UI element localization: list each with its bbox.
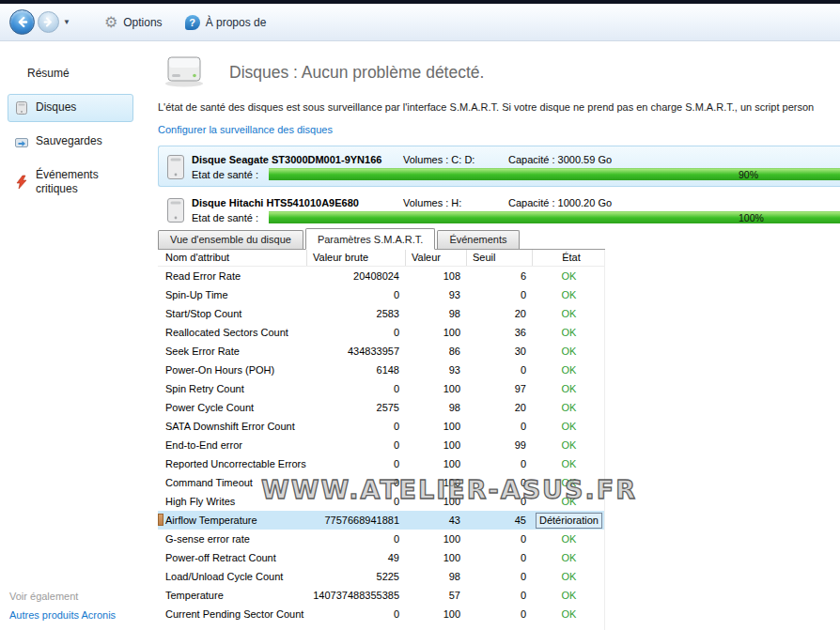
back-button[interactable] [9,9,35,35]
raw-value: 0 [307,605,406,623]
attribute-name: Spin-Up Time [158,285,307,304]
attribute-name: Power-off Retract Count [158,548,307,567]
attribute-name: End-to-End error [158,436,307,454]
table-row[interactable]: End-to-End error010099OK [158,436,605,454]
acronis-products-link[interactable]: Autres produits Acronis [9,609,116,621]
table-row[interactable]: Start/Stop Count25839820OK [158,304,605,323]
disk-name: Disque Hitachi HTS541010A9E680 [192,197,403,208]
configure-monitoring-link[interactable]: Configurer la surveillance des disques [158,124,333,135]
raw-value: 0 [307,379,406,398]
threshold: 0 [467,473,533,492]
table-row[interactable]: Reallocated Sectors Count010036OK [158,323,605,342]
status-text: OK [562,496,577,507]
status-cell: OK [533,285,605,304]
table-row[interactable]: Seek Error Rate4348339578630OK [158,342,605,361]
table-row[interactable]: Reported Uncorrectable Errors01000OK [158,454,605,473]
attribute-name: G-sense error rate [158,530,307,548]
arrow-right-icon [42,16,54,28]
column-header[interactable]: État [533,250,605,266]
sidebar-item-resume[interactable]: Résumé [8,60,133,88]
disk-health-line: Etat de santé :90% [192,168,840,180]
raw-value: 20408024 [307,267,406,285]
value: 108 [406,267,467,285]
table-row[interactable]: Temperature140737488355385570OK [158,586,605,605]
status-text: OK [562,439,577,451]
threshold: 36 [467,323,533,342]
sidebar-item-label: Résumé [27,67,70,82]
column-header[interactable]: Valeur brute [307,250,406,266]
sidebar-item-label: Disques [36,100,76,115]
smart-attributes-table: Nom d'attributValeur bruteValeurSeuilÉta… [158,250,605,630]
table-row[interactable]: Spin Retry Count010097OK [158,379,605,398]
tab-smart-parameters[interactable]: Paramètres S.M.A.R.T. [305,228,435,250]
threshold: 0 [467,605,533,623]
forward-button[interactable] [38,11,59,33]
sidebar-item-label: Sauvegardes [36,134,102,149]
tab-events[interactable]: Événements [437,230,519,249]
value: 100 [406,492,467,511]
disk-list: Disque Seagate ST3000DM001-9YN166Volumes… [158,146,840,232]
raw-value: 0 [307,285,406,304]
column-header[interactable]: Nom d'attribut [158,250,307,266]
attribute-name: Seek Error Rate [158,342,307,361]
disk-icon [14,100,29,115]
status-text: OK [562,571,577,582]
sidebar-footer: Voir également Autres produits Acronis [9,591,116,621]
status-cell: OK [533,454,605,473]
disk-entry[interactable]: Disque Seagate ST3000DM001-9YN166Volumes… [158,146,840,187]
raw-value: 6148 [307,361,406,379]
sidebar-item-evenements-critiques[interactable]: Événements critiques [8,161,133,204]
app-window: ▼ ⚙ Options ? À propos de RésuméDisquesS… [0,0,840,630]
disk-volumes: Volumes : C: D: [403,154,508,165]
alert-icon [14,175,29,190]
sidebar-item-disques[interactable]: Disques [8,94,133,122]
table-row[interactable]: Airflow Temperature77576689418814345Dété… [158,511,605,530]
threshold: 97 [467,379,533,398]
status-text: OK [562,346,577,357]
table-row[interactable]: Power-On Hours (POH)6148930OK [158,361,605,379]
disk-info-line: Disque Hitachi HTS541010A9E680Volumes : … [192,195,840,209]
status-text: OK [562,458,577,469]
raw-value: 0 [307,323,406,342]
table-row[interactable]: Power Cycle Count25759820OK [158,398,605,417]
tab-bar: Vue d'ensemble du disqueParamètres S.M.A… [158,228,605,250]
column-header[interactable]: Valeur [406,250,467,266]
backup-icon [14,134,29,149]
status-text: OK [562,477,577,488]
raw-value: 49 [307,548,406,567]
about-button[interactable]: ? À propos de [174,9,278,36]
table-row[interactable]: SATA Downshift Error Count01000OK [158,417,605,436]
table-row[interactable]: High Fly Writes01000OK [158,492,605,511]
table-row[interactable]: Command Timeout01000OK [158,473,605,492]
value: 100 [406,605,467,623]
threshold: 45 [467,511,533,530]
raw-value: 140737488355385 [307,586,406,605]
tab-disk-overview[interactable]: Vue d'ensemble du disque [158,230,303,249]
page-title: Disques : Aucun problème détecté. [229,63,484,83]
attribute-name: Temperature [158,586,307,605]
threshold: 0 [467,586,533,605]
attribute-name: High Fly Writes [158,492,307,511]
options-label: Options [123,16,162,29]
table-row[interactable]: Current Pending Sector Count01000OK [158,605,605,623]
attribute-name: Reallocated Sectors Count [158,323,307,342]
status-cell: OK [533,342,605,361]
table-row[interactable]: G-sense error rate01000OK [158,530,605,548]
attribute-name: Airflow Temperature [158,511,307,530]
raw-value: 434833957 [307,342,406,361]
about-label: À propos de [206,16,267,29]
table-row[interactable]: Read Error Rate204080241086OK [158,267,605,285]
threshold: 99 [467,436,533,454]
disk-status-icon [162,53,207,92]
table-row[interactable]: Power-off Retract Count491000OK [158,548,605,567]
nav-history-dropdown-icon[interactable]: ▼ [63,18,70,26]
status-cell: OK [533,379,605,398]
table-row[interactable]: Spin-Up Time0930OK [158,285,605,304]
sidebar-item-sauvegardes[interactable]: Sauvegardes [8,128,133,156]
column-header[interactable]: Seuil [467,250,533,266]
status-cell: OK [533,586,605,605]
disk-entry[interactable]: Disque Hitachi HTS541010A9E680Volumes : … [158,189,840,230]
value: 100 [406,323,467,342]
table-row[interactable]: Load/Unload Cycle Count5225980OK [158,567,605,586]
options-button[interactable]: ⚙ Options [93,9,174,36]
